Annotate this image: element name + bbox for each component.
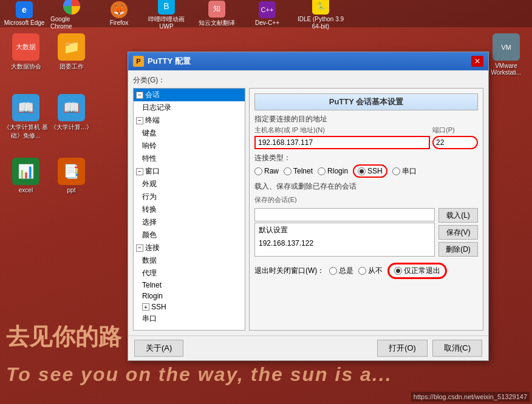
tree-item-session[interactable]: − 会话 xyxy=(134,89,245,101)
tree-item-colors[interactable]: 颜色 xyxy=(134,229,245,241)
host-field-group: 主机名称(或 IP 地址)(N) xyxy=(254,126,430,149)
radio-rlogin[interactable]: Rlogin xyxy=(318,167,348,175)
tree-item-proxy[interactable]: 代理 xyxy=(134,267,245,280)
taskbar-icon-zhiyun[interactable]: 知 知云文献翻译 xyxy=(193,1,241,27)
putty-dialog: P PuTTY 配置 ✕ 分类(G)： − 会话 日志记录 xyxy=(128,52,489,361)
taskbar-icon-bilibili[interactable]: B 哔哩哔哩动画 UWP xyxy=(145,0,188,30)
tree-item-keyboard[interactable]: 键盘 xyxy=(134,127,245,140)
radio-only-normal[interactable]: 仅正常退出 xyxy=(387,263,447,279)
dialog-body: 分类(G)： − 会话 日志记录 − 终端 键盘 xyxy=(128,70,488,335)
open-button[interactable]: 打开(O) xyxy=(377,340,428,357)
taskbar-icon-devcpp[interactable]: C++ Dev-C++ xyxy=(246,1,288,26)
taskbar-top: e Microsoft Edge Google Chrome 🦊 Firefox… xyxy=(0,0,532,27)
dialog-titlebar: P PuTTY 配置 ✕ xyxy=(128,52,488,70)
watermark: https://blog.csdn.net/weixin_51329147 xyxy=(411,392,530,402)
sessions-row: 默认设置 192.168.137.122 载入(L) 保存(V) 删除(D) xyxy=(254,208,478,257)
bg-text-chinese: 去见你的路 xyxy=(0,322,121,352)
sessions-section: 载入、保存或删除已存在的会话 保存的会话(E) 默认设置 192.168.137… xyxy=(254,181,478,257)
sessions-section-label: 载入、保存或删除已存在的会话 xyxy=(254,181,478,192)
tree-item-connection[interactable]: − 连接 xyxy=(134,241,245,254)
radio-circle-never[interactable] xyxy=(358,267,366,275)
session-item-default[interactable]: 默认设置 xyxy=(255,223,434,237)
saved-sessions-label: 保存的会话(E) xyxy=(254,195,478,204)
radio-circle-rlogin[interactable] xyxy=(318,167,326,175)
tree-item-log[interactable]: 日志记录 xyxy=(134,101,245,114)
dialog-close-button[interactable]: ✕ xyxy=(471,56,483,67)
radio-always[interactable]: 总是 xyxy=(329,266,353,276)
tree-item-bell[interactable]: 响铃 xyxy=(134,140,245,152)
taskbar-icon-firefox[interactable]: 🦊 Firefox xyxy=(98,1,140,26)
session-item-192[interactable]: 192.168.137.122 xyxy=(255,237,434,249)
footer-right-buttons: 打开(O) 取消(C) xyxy=(377,340,482,357)
radio-circle-serial[interactable] xyxy=(392,167,400,175)
taskbar-icon-edge[interactable]: e Microsoft Edge xyxy=(3,1,46,27)
port-input[interactable] xyxy=(432,136,478,149)
close-on-exit-label: 退出时关闭窗口(W)： xyxy=(254,266,324,276)
tree-item-data[interactable]: 数据 xyxy=(134,254,245,267)
host-section: 指定要连接的目的地址 主机名称(或 IP 地址)(N) 端口(P) xyxy=(254,114,478,149)
tree-item-translation[interactable]: 转换 xyxy=(134,203,245,216)
desktop-icon-excel[interactable]: 📊 excel xyxy=(3,158,49,194)
desktop-icon-book2[interactable]: 📖 《大学计算...》 xyxy=(49,94,94,132)
dialog-main: − 会话 日志记录 − 终端 键盘 响铃 xyxy=(133,88,483,331)
host-label: 主机名称(或 IP 地址)(N) xyxy=(254,126,430,135)
taskbar-icon-chrome[interactable]: Google Chrome xyxy=(50,0,93,30)
taskbar-icon-idle[interactable]: 🐍 IDLE (Python 3.9 64-bit) xyxy=(293,0,348,30)
tree-item-window[interactable]: − 窗口 xyxy=(134,165,245,178)
expand-icon-connection[interactable]: − xyxy=(136,244,143,252)
port-label: 端口(P) xyxy=(432,126,478,135)
tree-item-ssh[interactable]: + SSH xyxy=(134,301,245,312)
category-label: 分类(G)： xyxy=(133,75,483,86)
dialog-titlebar-left: P PuTTY 配置 xyxy=(133,56,191,67)
load-button[interactable]: 载入(L) xyxy=(438,208,478,223)
host-section-label: 指定要连接的目的地址 xyxy=(254,114,478,124)
desktop-icon-book1[interactable]: 📖 《大学计算机 基础》免修... xyxy=(3,94,49,140)
radio-circle-always[interactable] xyxy=(329,267,337,275)
radio-circle-telnet[interactable] xyxy=(284,167,292,175)
about-button[interactable]: 关于(A) xyxy=(134,340,183,357)
host-port-row: 主机名称(或 IP 地址)(N) 端口(P) xyxy=(254,126,478,149)
radio-ssh[interactable]: SSH xyxy=(353,164,387,178)
tree-item-rlogin[interactable]: Rlogin xyxy=(134,291,245,301)
desktop: e Microsoft Edge Google Chrome 🦊 Firefox… xyxy=(0,0,532,404)
tree-item-telnet[interactable]: Telnet xyxy=(134,280,245,291)
expand-icon-ssh[interactable]: + xyxy=(142,303,149,311)
session-name-input[interactable] xyxy=(254,208,435,221)
tree-item-selection[interactable]: 选择 xyxy=(134,216,245,229)
delete-button[interactable]: 删除(D) xyxy=(438,242,478,257)
conn-type-section: 连接类型： Raw Telnet xyxy=(254,153,478,178)
tree-item-terminal[interactable]: − 终端 xyxy=(134,114,245,127)
radio-never[interactable]: 从不 xyxy=(358,266,383,276)
tree-item-serial[interactable]: 串口 xyxy=(134,312,245,325)
bg-text-english: To see you on the way, the sun is a... xyxy=(0,363,532,386)
dialog-title: PuTTY 配置 xyxy=(148,56,191,67)
tree-panel[interactable]: − 会话 日志记录 − 终端 键盘 响铃 xyxy=(133,88,245,331)
radio-circle-raw[interactable] xyxy=(254,167,262,175)
close-on-exit-section: 退出时关闭窗口(W)： 总是 从不 仅正常退出 xyxy=(254,263,478,279)
expand-icon-terminal[interactable]: − xyxy=(136,117,143,124)
tree-item-features[interactable]: 特性 xyxy=(134,152,245,165)
sessions-col: 默认设置 192.168.137.122 xyxy=(254,208,435,257)
expand-icon-window[interactable]: − xyxy=(136,168,143,175)
content-panel: PuTTY 会话基本设置 指定要连接的目的地址 主机名称(或 IP 地址)(N)… xyxy=(249,88,483,331)
putty-icon: P xyxy=(133,56,144,67)
desktop-icon-vmware[interactable]: VM VMware Workstati... xyxy=(483,33,529,76)
desktop-icon-tuanwei[interactable]: 📁 团委工作 xyxy=(49,33,94,71)
conn-type-row: Raw Telnet Rlogin xyxy=(254,164,478,178)
section-header: PuTTY 会话基本设置 xyxy=(254,93,478,110)
radio-telnet[interactable]: Telnet xyxy=(284,167,313,175)
radio-circle-only-normal[interactable] xyxy=(394,267,402,275)
sessions-list[interactable]: 默认设置 192.168.137.122 xyxy=(254,223,435,257)
tree-item-behavior[interactable]: 行为 xyxy=(134,190,245,203)
host-input[interactable] xyxy=(254,136,430,149)
radio-serial[interactable]: 串口 xyxy=(392,166,417,177)
port-field-group: 端口(P) xyxy=(432,126,478,149)
expand-icon-session[interactable]: − xyxy=(136,92,143,99)
desktop-icon-bigdata[interactable]: 大数据 大数据协会 xyxy=(3,33,49,71)
radio-raw[interactable]: Raw xyxy=(254,167,279,175)
tree-item-appearance[interactable]: 外观 xyxy=(134,178,245,190)
desktop-icon-ppt[interactable]: 📑 ppt xyxy=(49,158,94,194)
radio-circle-ssh[interactable] xyxy=(358,167,366,175)
cancel-button[interactable]: 取消(C) xyxy=(432,340,482,357)
save-button[interactable]: 保存(V) xyxy=(438,225,478,240)
